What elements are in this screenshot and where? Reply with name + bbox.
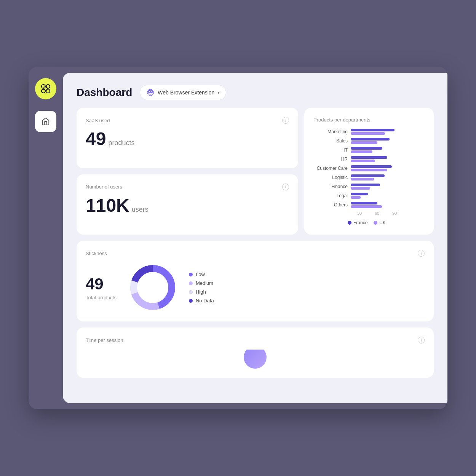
- donut-legend: Low Medium High: [189, 272, 214, 303]
- users-value: 110K: [86, 196, 129, 215]
- dept-row-it: IT: [313, 147, 425, 153]
- users-info-icon[interactable]: i: [282, 184, 289, 190]
- users-card: Number of users i 110K users: [77, 174, 298, 235]
- dept-bar-hr-france: [351, 156, 387, 159]
- time-info-icon[interactable]: i: [418, 337, 425, 343]
- dept-label-marketing: Marketing: [313, 129, 348, 134]
- dept-row-logistic: Logistic: [313, 174, 425, 180]
- dept-bar-others-france: [351, 202, 377, 204]
- legend-france: France: [348, 220, 367, 225]
- legend-label-high: High: [196, 289, 206, 295]
- dept-label-finance: Finance: [313, 184, 348, 189]
- dept-bar-hr-uk: [351, 160, 375, 162]
- dept-label-sales: Sales: [313, 138, 348, 144]
- stickness-left: 49 Total products: [86, 275, 117, 300]
- legend-dot-nodata: [189, 299, 193, 303]
- x-axis: 30 60 90: [313, 211, 425, 216]
- legend-item-low: Low: [189, 272, 214, 277]
- row-2: Stickness i 49 Total products: [77, 241, 434, 321]
- dept-bar-finance-france: [351, 184, 380, 186]
- legend-uk-dot: [374, 221, 377, 225]
- dept-bar-legal-uk: [351, 196, 361, 199]
- legend-label-nodata: No Data: [196, 298, 214, 303]
- dept-label-logistic: Logistic: [313, 175, 348, 180]
- time-chart-preview: [86, 350, 425, 369]
- dept-label-hr: HR: [313, 157, 348, 162]
- time-per-session-card: Time per session i: [77, 327, 434, 378]
- users-unit: users: [132, 206, 149, 214]
- page-title: Dashboard: [77, 86, 132, 99]
- x-label-90: 90: [386, 211, 403, 216]
- dept-bar-cc-france: [351, 165, 392, 168]
- sidebar-item-home[interactable]: [35, 111, 56, 132]
- dept-bar-marketing-uk: [351, 132, 385, 135]
- stickness-number: 49: [86, 275, 117, 293]
- time-title: Time per session i: [86, 337, 425, 343]
- stickness-label: Total products: [86, 295, 117, 300]
- legend-dot-medium: [189, 281, 193, 285]
- dept-bar-sales-france: [351, 138, 390, 141]
- legend-france-dot: [348, 221, 351, 225]
- donut-chart: [128, 263, 177, 312]
- donut-svg: [128, 263, 177, 312]
- dept-row-marketing: Marketing: [313, 129, 425, 135]
- row-3: Time per session i: [77, 327, 434, 378]
- legend-item-nodata: No Data: [189, 298, 214, 303]
- dept-bar-logistic-france: [351, 174, 385, 177]
- saas-unit: products: [108, 139, 134, 147]
- dept-row-customer-care: Customer Care: [313, 165, 425, 171]
- home-icon: [42, 117, 50, 126]
- stickness-card: Stickness i 49 Total products: [77, 241, 434, 321]
- dept-label-others: Others: [313, 202, 348, 208]
- stickness-content: 49 Total products: [86, 263, 425, 312]
- dashboard-grid: SaaS used i 49 products Number of users …: [63, 108, 447, 403]
- dept-label-legal: Legal: [313, 193, 348, 198]
- departments-card: Products per departments Marketing Sales: [304, 108, 434, 235]
- legend-item-high: High: [189, 289, 214, 295]
- saas-title: SaaS used i: [86, 117, 289, 124]
- saas-value: 49: [86, 130, 106, 148]
- row-1: SaaS used i 49 products Number of users …: [77, 108, 434, 235]
- legend-uk-label: UK: [379, 220, 386, 225]
- legend-label-low: Low: [196, 272, 205, 277]
- dept-row-sales: Sales: [313, 138, 425, 144]
- dept-label-it: IT: [313, 147, 348, 153]
- dept-bar-finance-uk: [351, 187, 370, 190]
- saas-metric: 49 products: [86, 130, 289, 148]
- saas-info-icon[interactable]: i: [282, 117, 289, 124]
- x-label-30: 30: [351, 211, 368, 216]
- legend-uk: UK: [374, 220, 386, 225]
- dept-bar-it-uk: [351, 150, 372, 153]
- stickness-info-icon[interactable]: i: [418, 250, 425, 257]
- filter-dropdown[interactable]: Web Browser Extension ▾: [140, 85, 226, 100]
- logo: [35, 78, 56, 99]
- legend-label-medium: Medium: [196, 280, 213, 286]
- dept-row-legal: Legal: [313, 193, 425, 199]
- dept-row-others: Others: [313, 202, 425, 208]
- filter-label: Web Browser Extension: [158, 89, 214, 96]
- time-chart-circle: [244, 350, 267, 369]
- dept-row-hr: HR: [313, 156, 425, 162]
- chart-legend: France UK: [313, 220, 425, 225]
- dept-bar-cc-uk: [351, 169, 387, 171]
- users-title: Number of users i: [86, 184, 289, 190]
- svg-point-6: [147, 89, 154, 96]
- main-content: Dashboard Web Browser Extension ▾: [63, 73, 447, 403]
- legend-dot-low: [189, 273, 193, 276]
- dept-bar-others-uk: [351, 205, 382, 208]
- legend-dot-high: [189, 290, 193, 294]
- users-metric: 110K users: [86, 196, 289, 215]
- legend-item-medium: Medium: [189, 280, 214, 286]
- stickness-title: Stickness i: [86, 250, 425, 257]
- dept-bar-logistic-uk: [351, 178, 374, 180]
- dept-bar-it-france: [351, 147, 382, 150]
- departments-title: Products per departments: [313, 117, 425, 123]
- sidebar: [29, 67, 63, 409]
- dept-row-finance: Finance: [313, 184, 425, 190]
- dept-bar-marketing-france: [351, 129, 395, 131]
- x-label-60: 60: [368, 211, 386, 216]
- header: Dashboard Web Browser Extension ▾: [63, 73, 447, 108]
- legend-france-label: France: [353, 220, 367, 225]
- extension-icon: [146, 88, 155, 97]
- dept-label-customer-care: Customer Care: [313, 166, 348, 171]
